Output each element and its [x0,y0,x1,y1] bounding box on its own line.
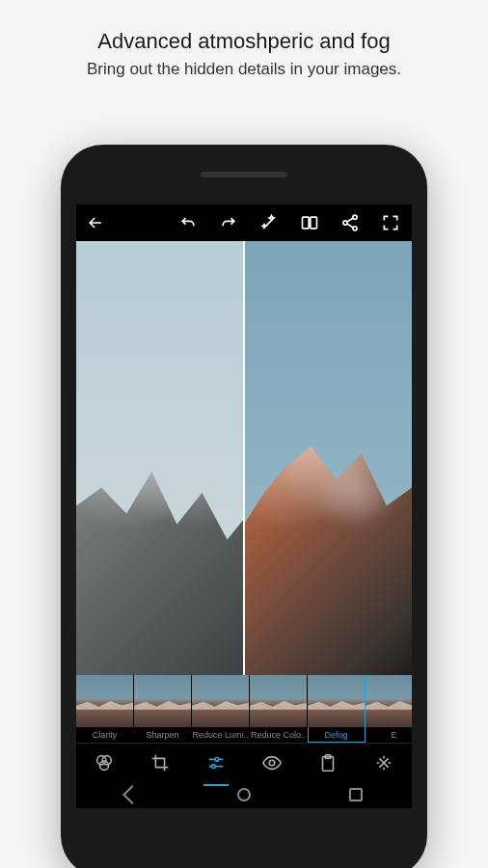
magic-wand-icon[interactable] [258,211,281,234]
fullscreen-icon[interactable] [379,211,402,234]
svg-point-6 [102,755,111,764]
clipboard-tool[interactable] [313,748,342,777]
promo-subline: Bring out the hidden details in your ima… [19,60,469,79]
svg-rect-0 [303,217,310,229]
nav-recent-icon[interactable] [349,788,363,801]
looks-tool[interactable] [90,748,119,777]
image-canvas[interactable] [76,241,412,675]
android-nav [76,781,412,808]
undo-icon[interactable] [176,211,200,234]
heal-tool[interactable] [369,748,398,777]
preset-strip: Clarity Sharpen Reduce Lumi.. Reduce Col… [76,675,412,743]
promo-headline: Advanced atmoshperic and fog [19,29,469,54]
svg-point-10 [269,760,275,766]
back-button[interactable] [84,211,107,234]
topbar [76,204,412,241]
preset-defog[interactable]: Defog [308,675,366,743]
preset-reduce-luminance[interactable]: Reduce Lumi.. [192,675,250,743]
share-icon[interactable] [339,211,362,234]
redo-icon[interactable] [217,211,240,234]
split-divider[interactable] [243,241,245,675]
adjust-tool[interactable] [202,748,230,777]
svg-point-7 [99,761,108,770]
preset-clarity[interactable]: Clarity [76,675,134,743]
nav-home-icon[interactable] [237,788,251,801]
before-image [76,241,244,675]
after-image [244,241,412,675]
nav-back-icon[interactable] [122,785,142,804]
tool-bar [76,743,412,781]
preset-sharpen[interactable]: Sharpen [134,675,192,743]
redeye-tool[interactable] [258,748,286,777]
crop-tool[interactable] [146,748,175,777]
svg-point-9 [211,764,215,768]
svg-point-8 [215,757,219,761]
svg-rect-1 [311,217,317,229]
app-screen: Clarity Sharpen Reduce Lumi.. Reduce Col… [76,204,412,808]
preset-reduce-color[interactable]: Reduce Colo.. [250,675,308,743]
phone-frame: Clarity Sharpen Reduce Lumi.. Reduce Col… [61,145,427,868]
promo-banner: Advanced atmoshperic and fog Bring out t… [0,0,488,98]
compare-icon[interactable] [298,211,321,234]
preset-next[interactable]: E [366,675,412,743]
